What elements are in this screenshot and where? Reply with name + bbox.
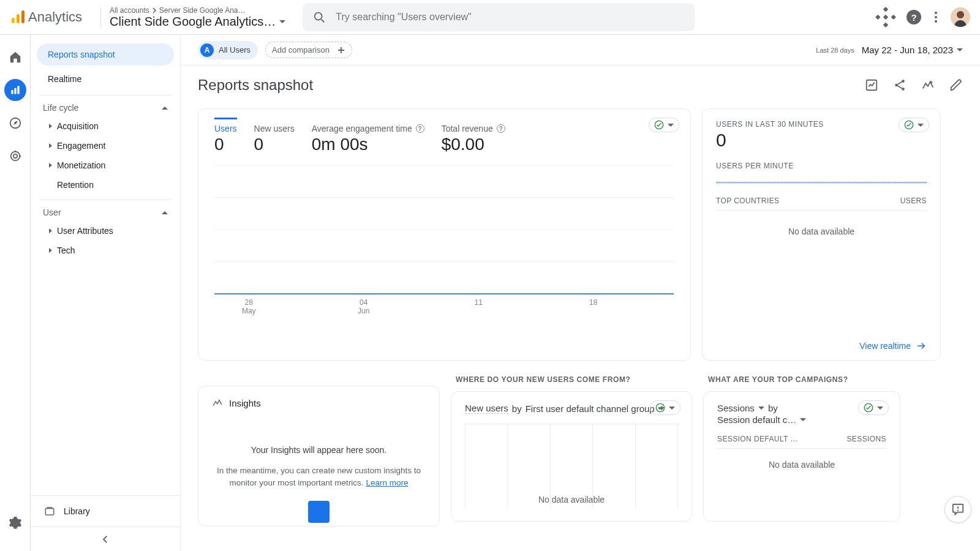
sidebar-group-label: Life cycle [43, 103, 78, 113]
rail-reports[interactable] [4, 79, 26, 101]
dimension-selector[interactable]: New users by First user default channel … [465, 403, 678, 414]
page-title: Reports snapshot [198, 77, 313, 94]
sidebar-collapse-button[interactable] [31, 527, 180, 551]
by-label: by [768, 403, 778, 413]
metric-tabs: Users0 New users0 Average engagement tim… [198, 109, 690, 154]
svg-point-11 [10, 152, 20, 161]
metric-tab-new-users[interactable]: New users0 [254, 118, 295, 154]
sidebar-item-label: Tech [57, 246, 75, 255]
sidebar-item-monetization[interactable]: Monetization [39, 156, 172, 175]
realtime-sparkline [716, 182, 927, 183]
help-tooltip-icon[interactable]: ? [497, 124, 505, 133]
sidebar-item-user-attributes[interactable]: User Attributes [39, 221, 172, 241]
link-label: View realtime [859, 341, 911, 351]
insights-section: Insights Your Insights will appear here … [198, 375, 440, 527]
target-icon [9, 149, 22, 163]
sidebar-item-tech[interactable]: Tech [39, 241, 172, 260]
customize-button[interactable] [949, 78, 963, 92]
sidebar-item-label: Monetization [57, 160, 105, 170]
sidebar-group-lifecycle[interactable]: Life cycle [39, 103, 172, 116]
svg-rect-2 [21, 10, 24, 23]
comparison-toolbar: AAll Users Add comparison Last 28 days M… [181, 35, 980, 66]
caret-down-icon [800, 418, 806, 421]
sidebar-item-label: Library [64, 506, 90, 516]
data-quality-menu[interactable] [650, 400, 680, 415]
card-heading-label: Insights [229, 398, 261, 408]
insights-description: In the meantime, you can create new cust… [212, 465, 426, 490]
help-icon[interactable]: ? [907, 10, 921, 24]
sidebar-item-retention[interactable]: Retention [39, 175, 172, 195]
campaigns-table-header: SESSION DEFAULT … SESSIONS [717, 430, 886, 449]
library-icon [44, 506, 55, 517]
add-comparison-button[interactable]: Add comparison [265, 42, 352, 58]
column-header: SESSIONS [846, 435, 886, 443]
empty-state: No data available [717, 449, 886, 481]
sidebar-item-acquisition[interactable]: Acquisition [39, 116, 172, 136]
trend-chart: 28May04Jun1118 [198, 154, 690, 329]
chart-settings-button[interactable] [865, 78, 878, 92]
svg-rect-8 [14, 88, 16, 94]
rail-admin[interactable] [4, 512, 26, 534]
sidebar-item-reports-snapshot[interactable]: Reports snapshot [37, 43, 174, 66]
audience-chip-all-users[interactable]: AAll Users [198, 41, 258, 59]
data-quality-menu[interactable] [899, 118, 929, 132]
card-menu [858, 400, 889, 415]
sidebar-item-realtime[interactable]: Realtime [37, 68, 174, 90]
sidebar-item-label: User Attributes [57, 226, 113, 236]
realtime-subtitle: USERS PER MINUTE [716, 162, 927, 170]
campaigns-dimension-row2[interactable]: Session default c… [717, 414, 886, 425]
chevron-up-icon [162, 107, 168, 110]
date-range-picker[interactable]: May 22 - Jun 18, 2023 [862, 45, 963, 55]
data-quality-menu[interactable] [649, 118, 679, 132]
check-circle-icon [904, 120, 914, 130]
sidebar-item-label: Acquisition [57, 121, 99, 131]
column-header: USERS [900, 197, 927, 205]
rail-advertising[interactable] [4, 145, 26, 167]
data-quality-menu[interactable] [858, 400, 889, 415]
metric-tab-users[interactable]: Users0 [214, 118, 237, 154]
property-selector[interactable]: All accounts Server Side Google Ana… Cli… [110, 6, 285, 29]
avatar-image-icon [951, 7, 970, 27]
svg-rect-13 [45, 509, 54, 515]
caret-down-icon [279, 20, 285, 23]
svg-point-6 [957, 11, 964, 18]
svg-point-34 [957, 510, 959, 511]
bar-chart-icon [9, 84, 21, 96]
breadcrumb-container: Server Side Google Ana… [159, 6, 246, 15]
sidebar-item-label: Retention [57, 180, 94, 190]
channels-card: New users by First user default channel … [451, 391, 692, 522]
rail-explore[interactable] [4, 112, 26, 134]
svg-line-4 [322, 20, 325, 23]
help-tooltip-icon[interactable]: ? [416, 124, 424, 133]
more-menu-icon[interactable] [935, 12, 937, 23]
caret-down-icon [758, 407, 764, 410]
svg-text:28: 28 [245, 298, 254, 307]
search-input[interactable] [334, 11, 685, 23]
caret-down-icon [668, 124, 674, 127]
search-bar[interactable] [303, 3, 695, 31]
product-logo[interactable]: Analytics [10, 9, 82, 25]
sidebar-library[interactable]: Library [31, 495, 180, 527]
feedback-button[interactable] [944, 496, 971, 523]
svg-point-12 [13, 154, 17, 158]
sidebar-group-user[interactable]: User [39, 208, 172, 221]
svg-point-3 [315, 13, 322, 20]
property-name: Client Side Google Analytics… [110, 15, 276, 29]
chart-box-icon [865, 78, 878, 92]
insights-cta-button[interactable] [308, 501, 330, 523]
svg-rect-1 [17, 14, 20, 23]
share-button[interactable] [893, 78, 907, 92]
account-avatar[interactable] [951, 7, 970, 27]
learn-more-link[interactable]: Learn more [366, 478, 408, 487]
overview-trend-card: Users0 New users0 Average engagement tim… [198, 108, 691, 361]
insights-headline: Your Insights will appear here soon. [212, 445, 426, 455]
metric-tab-revenue[interactable]: Total revenue?$0.00 [442, 118, 505, 154]
metric-tab-avg-engagement[interactable]: Average engagement time?0m 00s [312, 118, 424, 154]
diamond-apps-icon[interactable] [875, 7, 896, 28]
sidebar-item-engagement[interactable]: Engagement [39, 136, 172, 156]
view-realtime-link[interactable]: View realtime [859, 340, 927, 351]
rail-home[interactable] [4, 46, 26, 68]
dimension-label: Session default c… [717, 414, 796, 425]
section-title: WHERE DO YOUR NEW USERS COME FROM? [451, 375, 692, 391]
insights-button[interactable] [921, 78, 935, 92]
